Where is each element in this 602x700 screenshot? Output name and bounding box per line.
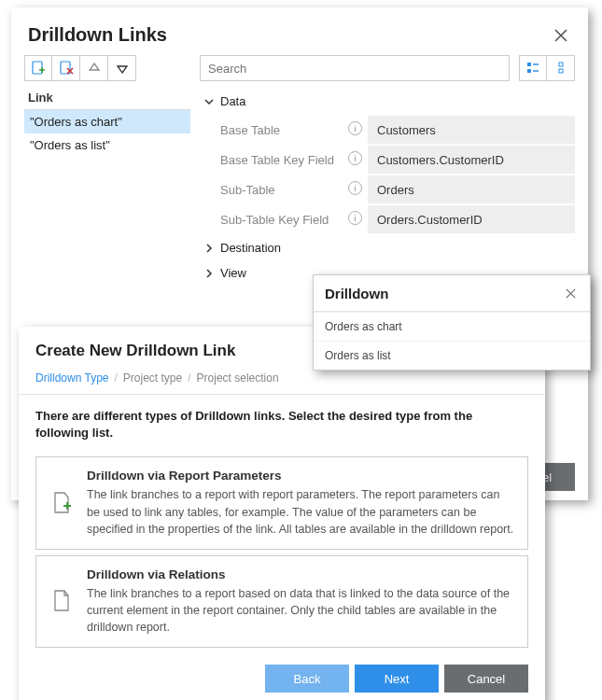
next-button[interactable]: Next bbox=[355, 665, 439, 693]
links-toolbar bbox=[24, 55, 190, 81]
section-destination[interactable]: Destination bbox=[200, 235, 575, 260]
section-label: Data bbox=[220, 94, 245, 108]
prop-row: Sub-Table Key Fieldi Orders.CustomerID bbox=[200, 205, 575, 233]
create-drilldown-dialog: Create New Drilldown Link Drilldown Type… bbox=[19, 327, 545, 700]
link-item[interactable]: "Orders as chart" bbox=[24, 110, 190, 133]
option-title: Drilldown via Report Parameters bbox=[87, 469, 514, 483]
links-panel: Link "Orders as chart" "Orders as list" bbox=[24, 55, 190, 286]
breadcrumb-step: Project type bbox=[123, 371, 182, 385]
popup-title: Drilldown bbox=[325, 286, 560, 301]
drilldown-item[interactable]: Orders as chart bbox=[314, 312, 590, 341]
close-icon[interactable] bbox=[551, 25, 571, 46]
document-plus-icon bbox=[49, 469, 74, 537]
info-icon[interactable]: i bbox=[348, 211, 362, 225]
drilldown-item[interactable]: Orders as list bbox=[314, 341, 590, 370]
back-button[interactable]: Back bbox=[265, 665, 349, 693]
breadcrumb-step[interactable]: Drilldown Type bbox=[35, 371, 108, 385]
svg-rect-4 bbox=[559, 63, 563, 66]
prop-value[interactable]: Customers.CustomerID bbox=[368, 146, 575, 174]
info-icon[interactable]: i bbox=[348, 181, 362, 195]
option-relations[interactable]: Drilldown via Relations The link branche… bbox=[35, 555, 528, 648]
cancel-button[interactable]: Cancel bbox=[444, 665, 528, 693]
prop-value[interactable]: Customers bbox=[368, 116, 575, 144]
links-header: Link bbox=[24, 87, 190, 110]
dialog-description: There are different types of Drilldown l… bbox=[19, 395, 545, 451]
properties-panel: Data Base Tablei Customers Base Table Ke… bbox=[200, 55, 575, 286]
prop-label: Sub-Table Key Field bbox=[220, 213, 329, 227]
chevron-right-icon bbox=[202, 244, 217, 253]
svg-rect-3 bbox=[527, 69, 531, 73]
svg-rect-5 bbox=[559, 69, 563, 73]
prop-label: Base Table bbox=[220, 123, 280, 137]
prop-row: Sub-Tablei Orders bbox=[200, 175, 575, 203]
option-report-parameters[interactable]: Drilldown via Report Parameters The link… bbox=[35, 456, 528, 549]
dialog-title: Drilldown Links bbox=[28, 24, 551, 46]
option-text: The link branches to a report with repor… bbox=[87, 486, 514, 537]
close-icon[interactable] bbox=[560, 283, 581, 303]
remove-link-button[interactable] bbox=[52, 55, 80, 81]
svg-rect-0 bbox=[33, 62, 42, 74]
svg-rect-2 bbox=[527, 63, 531, 66]
document-icon bbox=[49, 567, 74, 636]
link-item[interactable]: "Orders as list" bbox=[24, 133, 190, 157]
option-text: The link branches to a report based on d… bbox=[87, 585, 514, 636]
prop-value[interactable]: Orders.CustomerID bbox=[368, 205, 575, 233]
info-icon[interactable]: i bbox=[348, 151, 362, 165]
section-data[interactable]: Data bbox=[200, 89, 575, 114]
move-down-button[interactable] bbox=[108, 55, 136, 81]
prop-label: Sub-Table bbox=[220, 183, 275, 197]
view-categorized-button[interactable] bbox=[519, 55, 547, 81]
chevron-right-icon bbox=[202, 269, 217, 278]
search-input[interactable] bbox=[200, 55, 510, 81]
breadcrumb: Drilldown Type/Project type/Project sele… bbox=[19, 368, 545, 395]
breadcrumb-step: Project selection bbox=[197, 371, 279, 385]
chevron-down-icon bbox=[202, 97, 217, 106]
info-icon[interactable]: i bbox=[348, 121, 362, 135]
move-up-button[interactable] bbox=[80, 55, 108, 81]
prop-label: Base Table Key Field bbox=[220, 153, 334, 167]
section-label: Destination bbox=[220, 241, 281, 255]
drilldown-popup: Drilldown Orders as chart Orders as list bbox=[313, 274, 591, 371]
option-title: Drilldown via Relations bbox=[87, 567, 514, 581]
prop-value[interactable]: Orders bbox=[368, 175, 575, 203]
view-alphabetic-button[interactable] bbox=[547, 55, 575, 81]
prop-row: Base Tablei Customers bbox=[200, 116, 575, 144]
prop-row: Base Table Key Fieldi Customers.Customer… bbox=[200, 146, 575, 174]
add-link-button[interactable] bbox=[24, 55, 52, 81]
section-label: View bbox=[220, 266, 246, 280]
